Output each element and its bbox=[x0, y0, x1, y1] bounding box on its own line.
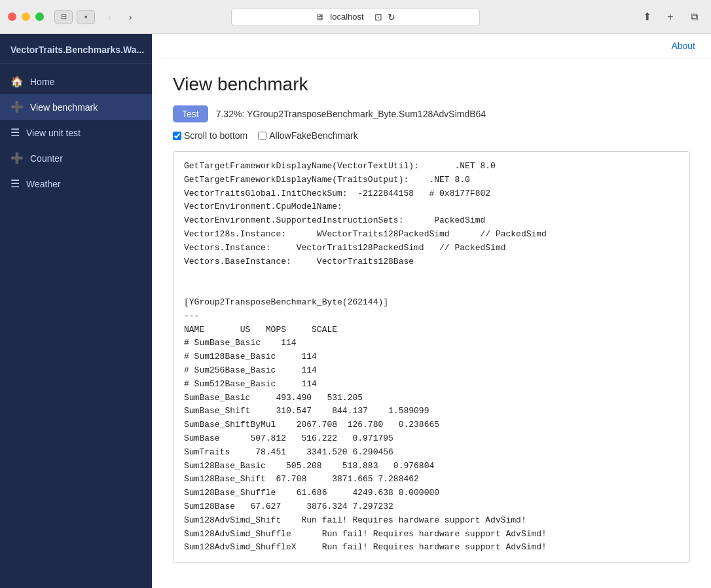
app-container: VectorTraits.Benchmarks.Wa... 🏠 Home ➕ V… bbox=[0, 34, 711, 588]
page-title: View benchmark bbox=[173, 74, 690, 95]
home-icon: 🏠 bbox=[10, 75, 24, 88]
minimize-button[interactable] bbox=[22, 12, 30, 21]
sidebar-item-view-unit-test-label: View unit test bbox=[26, 128, 81, 138]
main-header: About bbox=[152, 34, 711, 58]
progress-text: 7.32%: YGroup2TransposeBenchmark_Byte.Su… bbox=[216, 109, 486, 119]
allow-fake-benchmark-label[interactable]: AllowFakeBenchmark bbox=[258, 130, 357, 141]
sidebar-title: VectorTraits.Benchmarks.Wa... bbox=[0, 34, 152, 64]
controls-row: Test 7.32%: YGroup2TransposeBenchmark_By… bbox=[173, 105, 690, 122]
sidebar-item-view-unit-test[interactable]: ☰ View unit test bbox=[0, 120, 152, 145]
address-text: localhost bbox=[330, 12, 363, 22]
share-icon[interactable]: ⬆ bbox=[638, 10, 656, 24]
main-body: View benchmark Test 7.32%: YGroup2Transp… bbox=[152, 58, 711, 588]
sidebar-item-home[interactable]: 🏠 Home bbox=[0, 69, 152, 94]
split-view-icon[interactable]: ⧉ bbox=[685, 10, 703, 24]
allow-fake-benchmark-checkbox[interactable] bbox=[258, 132, 266, 140]
counter-icon: ➕ bbox=[10, 152, 24, 164]
fullscreen-button[interactable] bbox=[35, 12, 44, 21]
back-button[interactable]: ‹ bbox=[100, 10, 119, 24]
sidebar: VectorTraits.Benchmarks.Wa... 🏠 Home ➕ V… bbox=[0, 34, 152, 588]
sidebar-item-weather-label: Weather bbox=[26, 179, 61, 189]
titlebar-actions: ⬆ + ⧉ bbox=[638, 10, 703, 24]
screen-share-icon: 🖥 bbox=[316, 12, 325, 22]
sidebar-toggle-button[interactable]: ⊟ bbox=[54, 10, 73, 24]
sidebar-item-view-benchmark-label: View benchmark bbox=[30, 102, 98, 113]
scroll-to-bottom-checkbox[interactable] bbox=[173, 132, 181, 140]
scroll-to-bottom-label[interactable]: Scroll to bottom bbox=[173, 130, 247, 141]
sidebar-item-counter-label: Counter bbox=[30, 153, 63, 164]
sidebar-nav: 🏠 Home ➕ View benchmark ☰ View unit test… bbox=[0, 64, 152, 202]
sidebar-item-counter[interactable]: ➕ Counter bbox=[0, 145, 152, 171]
forward-button[interactable]: › bbox=[121, 10, 139, 24]
test-button[interactable]: Test bbox=[173, 105, 208, 122]
allow-fake-benchmark-text: AllowFakeBenchmark bbox=[269, 130, 357, 141]
address-bar[interactable]: 🖥 localhost ⊡ ↻ bbox=[231, 8, 480, 26]
checkbox-row: Scroll to bottom AllowFakeBenchmark bbox=[173, 130, 690, 141]
sidebar-item-home-label: Home bbox=[30, 77, 54, 87]
weather-icon: ☰ bbox=[10, 177, 20, 190]
output-box: GetTargetFrameworkDisplayName(VectorText… bbox=[173, 151, 690, 563]
sidebar-icon: ⊟ bbox=[61, 12, 67, 21]
airplay-icon: ⊡ bbox=[374, 12, 382, 22]
sidebar-item-weather[interactable]: ☰ Weather bbox=[0, 171, 152, 196]
list-icon: ☰ bbox=[10, 126, 20, 139]
scroll-to-bottom-text: Scroll to bottom bbox=[184, 130, 247, 141]
main-content: About View benchmark Test 7.32%: YGroup2… bbox=[152, 34, 711, 588]
plus-icon: ➕ bbox=[10, 101, 24, 113]
traffic-lights bbox=[8, 12, 44, 21]
titlebar: ⊟ ▾ ‹ › 🖥 localhost ⊡ ↻ ⬆ + ⧉ bbox=[0, 0, 711, 34]
close-button[interactable] bbox=[8, 12, 16, 21]
new-tab-icon[interactable]: + bbox=[661, 10, 680, 24]
nav-buttons: ‹ › bbox=[100, 10, 139, 24]
sidebar-item-view-benchmark[interactable]: ➕ View benchmark bbox=[0, 94, 152, 120]
sidebar-menu-button[interactable]: ▾ bbox=[77, 10, 95, 24]
refresh-icon[interactable]: ↻ bbox=[388, 12, 395, 22]
about-link[interactable]: About bbox=[671, 41, 695, 51]
sidebar-toggle-group: ⊟ ▾ bbox=[54, 10, 95, 24]
